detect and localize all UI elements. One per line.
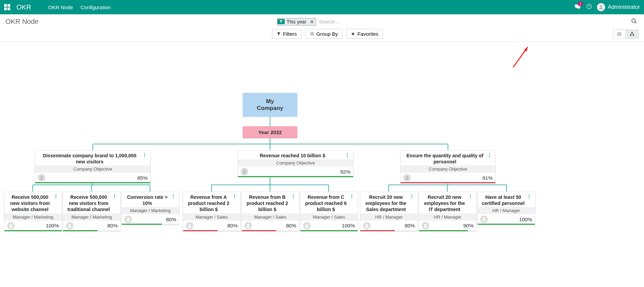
node-objective-brand[interactable]: Disseminate company brand to 1,000,000 n… bbox=[35, 150, 151, 184]
owner-avatar-icon bbox=[422, 222, 429, 229]
node-menu-icon[interactable]: ⋮ bbox=[141, 153, 148, 157]
owner-avatar-icon bbox=[186, 222, 193, 229]
svg-point-5 bbox=[617, 33, 618, 34]
node-year[interactable]: Year 2022 bbox=[243, 126, 297, 138]
svg-point-40 bbox=[127, 218, 129, 220]
favorites-button[interactable]: Favorites bbox=[346, 29, 383, 39]
owner-avatar-icon bbox=[241, 168, 248, 175]
control-panel: OKR Node This year ✕ Filters G bbox=[0, 14, 644, 42]
svg-point-37 bbox=[406, 176, 408, 178]
node-kr-traditional-visitors[interactable]: Receive 500,000 new visitors from tradit… bbox=[63, 192, 121, 232]
node-objective-revenue[interactable]: Revenue reached 10 billion $ ⋮ Company O… bbox=[238, 150, 354, 177]
node-menu-icon[interactable]: ⋮ bbox=[526, 194, 532, 199]
okr-chart: My Company Year 2022 Disseminate company… bbox=[0, 42, 644, 284]
node-menu-icon[interactable]: ⋮ bbox=[486, 153, 493, 157]
svg-rect-6 bbox=[619, 34, 621, 34]
owner-avatar-icon bbox=[66, 222, 73, 229]
node-kr-product-a[interactable]: Revenue from A product reached 2 billion… bbox=[183, 192, 241, 232]
node-kr-certified-personnel[interactable]: Have at least 50 certified personnel⋮ HR… bbox=[477, 192, 535, 225]
owner-avatar-icon bbox=[363, 222, 371, 229]
red-arrow-annotation bbox=[511, 44, 532, 71]
node-menu-icon[interactable]: ⋮ bbox=[53, 194, 59, 199]
svg-line-33 bbox=[513, 47, 528, 67]
svg-point-39 bbox=[69, 224, 71, 226]
svg-rect-11 bbox=[633, 35, 634, 36]
node-menu-icon[interactable]: ⋮ bbox=[409, 194, 415, 199]
svg-marker-34 bbox=[524, 47, 528, 52]
node-menu-icon[interactable]: ⋮ bbox=[344, 153, 350, 157]
messaging-icon[interactable]: 1 bbox=[574, 4, 581, 11]
groupby-button[interactable]: Group By bbox=[305, 29, 342, 39]
svg-rect-4 bbox=[619, 32, 621, 33]
svg-point-45 bbox=[424, 224, 426, 226]
node-menu-icon[interactable]: ⋮ bbox=[231, 194, 238, 199]
node-company-root[interactable]: My Company bbox=[243, 93, 297, 117]
node-kr-recruit-sales[interactable]: Recruit 20 new employees for the Sales d… bbox=[360, 192, 418, 232]
node-menu-icon[interactable]: ⋮ bbox=[170, 194, 176, 199]
owner-avatar-icon bbox=[244, 222, 252, 229]
filter-icon bbox=[278, 19, 285, 24]
svg-point-43 bbox=[306, 224, 308, 226]
node-menu-icon[interactable]: ⋮ bbox=[349, 194, 355, 199]
owner-avatar-icon bbox=[38, 174, 45, 181]
owner-avatar-icon bbox=[303, 222, 311, 229]
owner-avatar-icon bbox=[480, 216, 488, 223]
svg-point-3 bbox=[617, 32, 618, 33]
svg-point-2 bbox=[632, 19, 635, 22]
search-icon[interactable] bbox=[630, 18, 639, 26]
list-view-button[interactable] bbox=[613, 30, 626, 38]
svg-point-35 bbox=[41, 176, 43, 178]
owner-avatar-icon bbox=[403, 174, 411, 181]
node-menu-icon[interactable]: ⋮ bbox=[467, 194, 474, 199]
nav-okr-node[interactable]: OKR Node bbox=[48, 4, 73, 10]
notif-badge: 1 bbox=[578, 2, 583, 6]
user-name: Administrator bbox=[608, 4, 640, 10]
node-kr-product-b[interactable]: Revenue from B product reached 2 billion… bbox=[241, 192, 299, 232]
svg-point-7 bbox=[617, 35, 618, 35]
node-menu-icon[interactable]: ⋮ bbox=[290, 194, 296, 199]
svg-rect-10 bbox=[630, 35, 631, 36]
node-objective-personnel[interactable]: Ensure the quantity and quality of perso… bbox=[400, 150, 496, 184]
avatar-icon bbox=[597, 3, 605, 11]
svg-rect-9 bbox=[631, 32, 633, 33]
search-facet-this-year[interactable]: This year ✕ bbox=[277, 18, 316, 26]
remove-facet-icon[interactable]: ✕ bbox=[308, 19, 316, 25]
app-brand[interactable]: OKR bbox=[16, 3, 31, 11]
svg-point-41 bbox=[189, 224, 191, 226]
svg-point-38 bbox=[10, 224, 12, 226]
filters-button[interactable]: Filters bbox=[272, 29, 301, 39]
node-kr-recruit-it[interactable]: Recruit 20 new employees for the IT depa… bbox=[419, 192, 477, 232]
user-menu[interactable]: Administrator bbox=[597, 3, 640, 11]
top-navbar: OKR OKR Node Configuration 1 Administrat… bbox=[0, 0, 644, 14]
owner-avatar-icon bbox=[7, 222, 15, 229]
svg-point-46 bbox=[483, 218, 485, 220]
view-switcher bbox=[613, 30, 639, 38]
owner-avatar-icon bbox=[124, 216, 132, 223]
activity-icon[interactable] bbox=[586, 3, 592, 11]
nav-configuration[interactable]: Configuration bbox=[80, 4, 111, 10]
page-title: OKR Node bbox=[5, 18, 39, 26]
node-kr-website-visitors[interactable]: Receive 500,000 new visitors from websit… bbox=[4, 192, 62, 232]
node-kr-product-c[interactable]: Revenue from C product reached 6 billion… bbox=[300, 192, 358, 232]
apps-icon[interactable] bbox=[4, 4, 10, 10]
hierarchy-view-button[interactable] bbox=[626, 30, 638, 38]
svg-rect-8 bbox=[619, 35, 621, 35]
node-menu-icon[interactable]: ⋮ bbox=[111, 194, 118, 199]
svg-point-36 bbox=[243, 170, 245, 172]
svg-point-44 bbox=[366, 224, 368, 226]
search-input[interactable] bbox=[317, 18, 488, 26]
node-kr-conversion-rate[interactable]: Conversion rate > 10%⋮ Manager / Marketi… bbox=[121, 192, 179, 225]
svg-point-1 bbox=[600, 5, 602, 7]
svg-point-42 bbox=[247, 224, 249, 226]
